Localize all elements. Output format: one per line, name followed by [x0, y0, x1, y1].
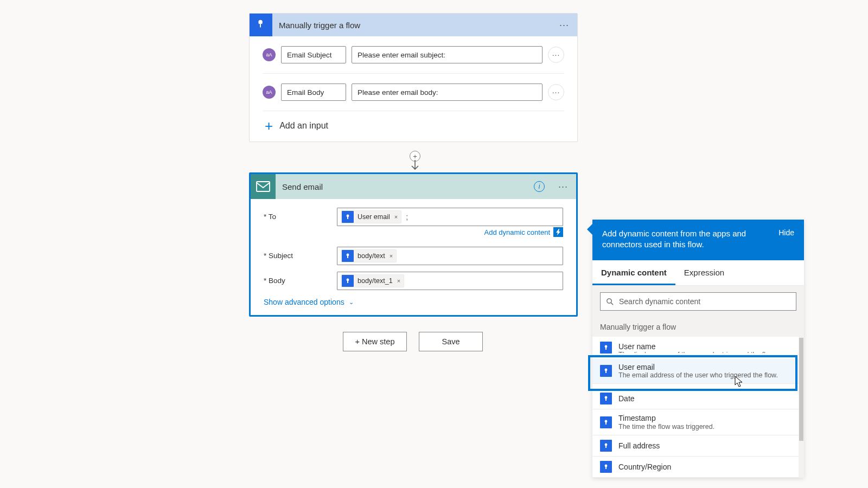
token-body-text[interactable]: body/text ×: [341, 249, 397, 262]
svg-rect-6: [347, 255, 348, 258]
trigger-menu-button[interactable]: ···: [557, 20, 572, 31]
separator: ;: [404, 213, 408, 221]
tab-expression[interactable]: Expression: [675, 260, 733, 285]
param-prompt-input[interactable]: Please enter email body:: [352, 84, 542, 101]
dynamic-item-timestamp[interactable]: Timestamp The time the flow was triggere…: [592, 409, 804, 435]
dynamic-item-date[interactable]: Date: [592, 388, 804, 409]
param-name-input[interactable]: Email Subject: [281, 46, 346, 63]
dynamic-item-user-email[interactable]: User email The email address of the user…: [592, 358, 804, 384]
input-row-menu-button[interactable]: ···: [548, 47, 564, 63]
mail-icon: [251, 174, 276, 199]
dynamic-item-user-name[interactable]: User name The display name of the user w…: [592, 337, 804, 355]
dynamic-item-full-address[interactable]: Full address: [592, 435, 804, 457]
info-icon[interactable]: i: [534, 181, 545, 192]
action-title: Send email: [282, 182, 527, 191]
trigger-card: Manually trigger a flow ··· aA Email Sub…: [249, 13, 578, 142]
param-name-input[interactable]: Email Body: [281, 84, 346, 101]
token-remove-button[interactable]: ×: [393, 214, 401, 220]
svg-rect-4: [347, 216, 348, 219]
svg-rect-18: [605, 422, 607, 425]
svg-rect-8: [347, 280, 348, 283]
body-label: * Body: [264, 272, 337, 285]
dynamic-content-tabs: Dynamic content Expression: [592, 260, 804, 286]
scrollbar[interactable]: [799, 337, 804, 478]
trigger-title: Manually trigger a flow: [279, 21, 550, 30]
panel-notch: [587, 224, 592, 235]
add-input-button[interactable]: + Add an input: [263, 111, 564, 142]
dynamic-content-header: Add dynamic content from the apps and co…: [592, 220, 804, 260]
dynamic-item-country-region[interactable]: Country/Region: [592, 457, 804, 478]
svg-rect-16: [605, 398, 607, 401]
lightning-icon: [553, 227, 563, 237]
action-header[interactable]: Send email i ···: [251, 174, 576, 199]
token-remove-button[interactable]: ×: [388, 253, 396, 259]
svg-point-9: [607, 298, 611, 303]
show-advanced-options-link[interactable]: Show advanced options ⌄: [264, 293, 563, 314]
body-input[interactable]: body/text_1 ×: [337, 272, 563, 290]
dynamic-content-header-text: Add dynamic content from the apps and co…: [602, 228, 773, 251]
svg-rect-20: [605, 445, 607, 448]
hide-panel-link[interactable]: Hide: [778, 228, 794, 237]
new-step-button[interactable]: + New step: [343, 332, 407, 351]
svg-rect-22: [605, 466, 607, 469]
plus-icon: +: [265, 119, 273, 133]
to-field-row: * To User email × ; Add dynamic content: [264, 204, 563, 243]
to-input[interactable]: User email × ;: [337, 208, 563, 226]
subject-label: * Subject: [264, 247, 337, 260]
save-button[interactable]: Save: [419, 332, 483, 351]
flow-icon: [600, 393, 612, 404]
action-menu-button[interactable]: ···: [556, 181, 571, 192]
flow-icon: [600, 416, 612, 428]
arrow-down-icon: [410, 160, 420, 172]
svg-rect-2: [257, 182, 270, 191]
svg-line-10: [611, 303, 613, 305]
token-user-email[interactable]: User email ×: [341, 210, 401, 223]
svg-rect-1: [260, 23, 261, 27]
token-remove-button[interactable]: ×: [396, 278, 404, 284]
flow-icon: [600, 461, 612, 473]
flow-icon: [342, 250, 354, 262]
body-field-row: * Body body/text_1 ×: [264, 268, 563, 293]
flow-icon: [342, 211, 354, 223]
svg-point-0: [258, 20, 262, 24]
flow-icon: [342, 275, 354, 287]
flow-icon: [600, 440, 612, 452]
flow-icon: [600, 342, 612, 354]
param-prompt-input[interactable]: Please enter email subject:: [352, 46, 542, 63]
tab-dynamic-content[interactable]: Dynamic content: [592, 260, 675, 285]
add-dynamic-content-link[interactable]: Add dynamic content: [337, 227, 563, 237]
trigger-icon: [250, 14, 272, 36]
subject-field-row: * Subject body/text ×: [264, 243, 563, 268]
input-row-menu-button[interactable]: ···: [548, 84, 564, 100]
token-body-text-1[interactable]: body/text_1 ×: [341, 274, 404, 287]
dynamic-content-list: User name The display name of the user w…: [592, 337, 804, 478]
to-label: * To: [264, 208, 337, 221]
trigger-input-row: aA Email Subject Please enter email subj…: [263, 36, 564, 74]
add-input-label: Add an input: [279, 121, 328, 131]
trigger-input-row: aA Email Body Please enter email body: ·…: [263, 74, 564, 111]
text-type-icon: aA: [263, 86, 276, 99]
subject-input[interactable]: body/text ×: [337, 247, 563, 265]
chevron-down-icon: ⌄: [349, 299, 354, 306]
dynamic-content-search[interactable]: Search dynamic content: [600, 292, 796, 311]
svg-rect-14: [605, 370, 607, 373]
action-card: Send email i ··· * To User email × ;: [249, 172, 578, 317]
connector: +: [410, 151, 420, 172]
flow-icon: [600, 365, 612, 377]
search-placeholder: Search dynamic content: [619, 297, 700, 306]
dynamic-content-section-title: Manually trigger a flow: [592, 317, 804, 337]
trigger-header[interactable]: Manually trigger a flow ···: [250, 14, 577, 36]
text-type-icon: aA: [263, 48, 276, 61]
svg-rect-12: [605, 347, 607, 350]
dynamic-content-panel: Add dynamic content from the apps and co…: [592, 220, 804, 478]
search-icon: [606, 298, 614, 305]
